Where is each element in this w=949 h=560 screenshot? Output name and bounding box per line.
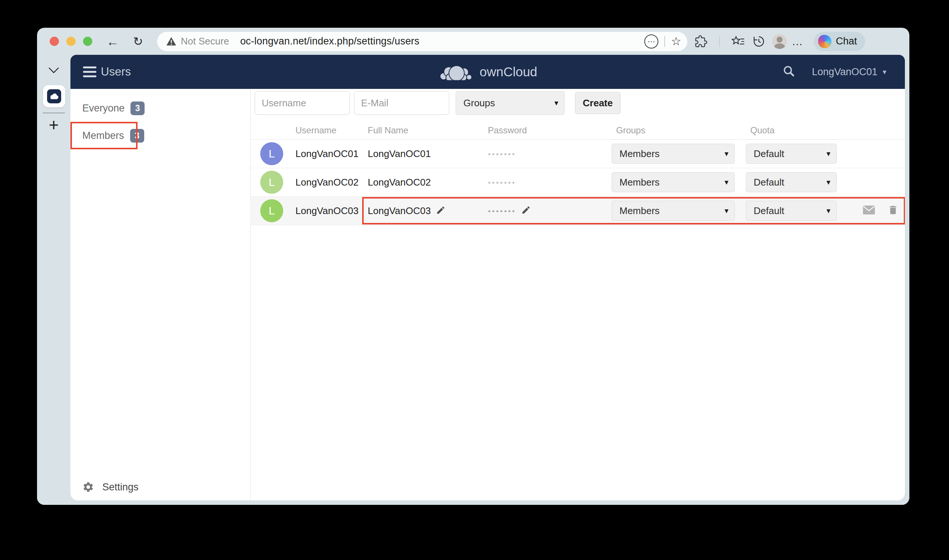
username-cell: LongVanOC02 [295, 177, 358, 188]
delete-trash-icon[interactable] [887, 204, 898, 217]
table-row-selected: L LongVanOC03 LongVanOC03 ●●●●●●● Member… [251, 197, 905, 225]
address-bar[interactable]: Not Secure oc-longvan.net/index.php/sett… [157, 32, 687, 51]
password-cell[interactable]: ●●●●●●● [488, 151, 516, 157]
reload-icon[interactable]: ↻ [130, 35, 147, 48]
password-cell[interactable]: ●●●●●●● [488, 208, 516, 214]
copilot-chat-button[interactable]: Chat [814, 32, 865, 51]
row-quota-select[interactable]: Default▾ [746, 172, 837, 192]
chevron-down-icon: ▾ [554, 98, 558, 108]
count-badge: 3 [131, 102, 145, 115]
sidebar-item-members[interactable]: Members 3 [71, 122, 250, 149]
count-badge: 3 [130, 129, 144, 143]
browser-more-icon[interactable]: … [792, 39, 804, 44]
email-input[interactable] [354, 91, 449, 115]
chat-label: Chat [836, 35, 857, 47]
edit-pencil-icon[interactable] [521, 205, 531, 216]
chevron-down-icon: ▾ [883, 68, 886, 76]
history-icon[interactable] [750, 33, 767, 50]
chevron-down-icon: ▾ [724, 206, 728, 215]
header-right: LongVanOC01 ▾ [783, 65, 886, 78]
brand-logo[interactable]: ownCloud [438, 61, 537, 83]
row-quota-select[interactable]: Default▾ [746, 201, 837, 221]
menu-hamburger-icon[interactable] [83, 67, 96, 77]
toolbar-divider [719, 36, 720, 47]
chevron-down-icon: ▾ [826, 149, 830, 158]
owncloud-app-icon[interactable] [43, 85, 65, 108]
row-groups-select[interactable]: Members▾ [612, 172, 735, 192]
row-quota-value: Default [754, 148, 784, 160]
groups-sidebar: Everyone 3 Members 3 Settings [71, 89, 251, 500]
groups-select-value: Groups [463, 97, 495, 109]
page-viewport: + Users [37, 55, 909, 505]
back-icon[interactable]: ← [103, 35, 123, 48]
col-header-groups: Groups [616, 125, 645, 135]
browser-toolbar: ← ↻ Not Secure oc-longvan.net/index.php/… [37, 28, 909, 55]
profile-avatar-image [772, 34, 787, 49]
page-title: Users [101, 65, 131, 78]
search-icon[interactable] [783, 65, 795, 78]
group-label: Everyone [82, 103, 125, 114]
gear-icon [82, 481, 94, 493]
row-quota-value: Default [754, 177, 784, 188]
row-groups-select[interactable]: Members▾ [612, 201, 735, 221]
fullname-cell[interactable]: LongVanOC03 [368, 205, 431, 217]
avatar-letter: L [269, 176, 275, 189]
edit-pencil-icon[interactable] [436, 205, 446, 216]
create-button[interactable]: Create [575, 92, 620, 114]
col-header-fullname: Full Name [368, 125, 408, 135]
row-groups-select[interactable]: Members▾ [612, 144, 735, 164]
password-cell[interactable]: ●●●●●●● [488, 180, 516, 185]
username-cell: LongVanOC03 [295, 205, 358, 217]
avatar: L [260, 199, 283, 222]
table-header: Username Full Name Password Groups Quota [251, 125, 905, 140]
avatar: L [260, 171, 283, 194]
maximize-button[interactable] [83, 37, 92, 46]
group-label: Members [82, 130, 124, 142]
not-secure-warning-icon [166, 37, 176, 46]
users-main: Groups ▾ Create Username Full Name Passw… [251, 89, 905, 500]
chevron-down-icon[interactable] [47, 66, 61, 76]
security-label: Not Secure [181, 35, 229, 47]
app-header: Users ownCloud [71, 55, 905, 89]
sidebar-item-everyone[interactable]: Everyone 3 [71, 94, 250, 122]
minimize-button[interactable] [66, 37, 76, 46]
extensions-puzzle-icon[interactable] [693, 33, 710, 50]
close-button[interactable] [50, 37, 59, 46]
send-email-icon[interactable] [863, 205, 875, 216]
chevron-down-icon: ▾ [724, 178, 728, 187]
col-header-quota: Quota [750, 125, 775, 135]
owncloud-cloud-icon [438, 61, 474, 83]
row-groups-value: Members [619, 177, 659, 188]
page-actions-icon[interactable]: ⋯ [644, 34, 658, 49]
url-text: oc-longvan.net/index.php/settings/users [240, 35, 420, 47]
copilot-logo-icon [818, 35, 832, 48]
settings-label: Settings [102, 482, 139, 493]
add-app-button[interactable]: + [37, 116, 71, 133]
groups-select[interactable]: Groups ▾ [455, 91, 565, 115]
fullname-cell[interactable]: LongVanOC01 [368, 148, 431, 160]
row-groups-value: Members [619, 148, 659, 160]
avatar: L [260, 142, 283, 165]
col-header-password: Password [488, 125, 527, 135]
account-menu[interactable]: LongVanOC01 ▾ [812, 66, 886, 78]
create-user-form: Groups ▾ Create [255, 91, 620, 115]
settings-button[interactable]: Settings [82, 481, 139, 493]
app-rail: + [37, 55, 71, 505]
username-input[interactable] [255, 91, 350, 115]
group-list: Everyone 3 Members 3 [71, 94, 250, 149]
bookmark-star-icon[interactable]: ☆ [671, 35, 681, 47]
fullname-cell[interactable]: LongVanOC02 [368, 177, 431, 188]
window-controls [50, 37, 92, 46]
row-quota-select[interactable]: Default▾ [746, 144, 837, 164]
table-row: L LongVanOC02 LongVanOC02 ●●●●●●● Member… [251, 168, 905, 197]
chevron-down-icon: ▾ [724, 149, 728, 158]
account-name: LongVanOC01 [812, 66, 878, 78]
brand-name: ownCloud [480, 65, 537, 79]
favorites-list-icon[interactable] [730, 33, 747, 50]
table-row: L LongVanOC01 LongVanOC01 ●●●●●●● Member… [251, 140, 905, 168]
user-rows: L LongVanOC01 LongVanOC01 ●●●●●●● Member… [251, 140, 905, 225]
chevron-down-icon: ▾ [826, 178, 830, 187]
profile-avatar[interactable] [771, 33, 788, 50]
row-quota-value: Default [754, 205, 784, 217]
toolbar-actions: … Chat [693, 32, 865, 51]
